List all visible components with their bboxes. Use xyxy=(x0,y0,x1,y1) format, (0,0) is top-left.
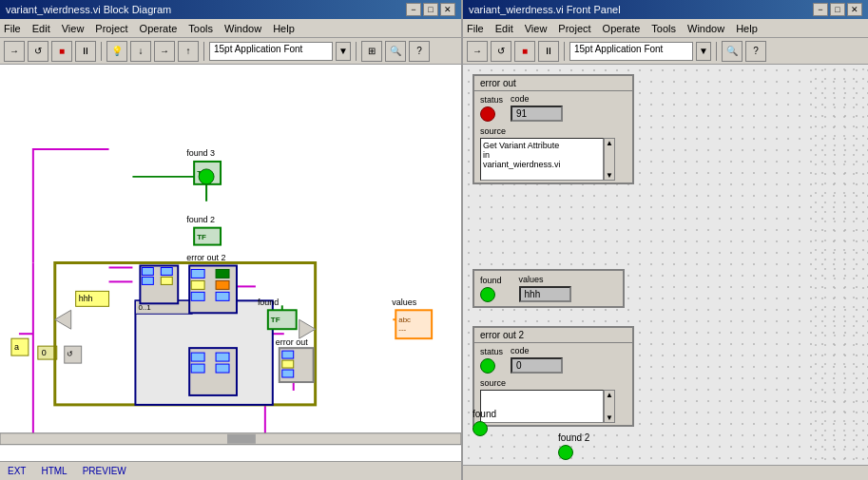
block-diagram-canvas[interactable]: a 0 ↺ 0..1 xyxy=(0,65,461,461)
svg-text:↺: ↺ xyxy=(67,350,73,358)
svg-rect-29 xyxy=(191,269,204,278)
svg-rect-32 xyxy=(216,269,229,278)
fp-menu-operate[interactable]: Operate xyxy=(603,23,641,34)
svg-rect-21 xyxy=(135,300,192,314)
error-out-cluster: error out status code 91 source xyxy=(473,74,634,184)
step-into-button[interactable]: ↓ xyxy=(130,41,151,62)
found-label: found xyxy=(480,276,502,285)
svg-rect-52 xyxy=(280,348,314,382)
fp-pause-button[interactable]: ⏸ xyxy=(538,41,559,62)
svg-marker-17 xyxy=(299,319,316,338)
menu-window[interactable]: Window xyxy=(224,23,261,34)
error-code-label: code xyxy=(511,94,563,104)
tab-html[interactable]: HTML xyxy=(41,466,67,476)
fp-minimize-button[interactable]: − xyxy=(813,3,828,16)
found-bottom-cluster: found xyxy=(473,409,496,436)
menu-edit[interactable]: Edit xyxy=(32,23,50,34)
svg-rect-0 xyxy=(0,78,461,447)
fp-maximize-button[interactable]: □ xyxy=(830,3,845,16)
tab-preview[interactable]: PREVIEW xyxy=(83,466,126,476)
fp-zoom-button[interactable]: 🔍 xyxy=(722,41,743,62)
diagram-svg: a 0 ↺ 0..1 xyxy=(0,65,461,461)
svg-rect-23 xyxy=(140,265,178,303)
error-status-label: status xyxy=(480,95,503,105)
toolbar-sep3 xyxy=(356,42,357,61)
svg-rect-20 xyxy=(135,300,272,405)
error2-source-text[interactable] xyxy=(480,390,604,423)
menu-file[interactable]: File xyxy=(4,23,21,34)
svg-text:found 3: found 3 xyxy=(186,148,215,158)
svg-rect-27 xyxy=(161,277,172,284)
found-indicator xyxy=(480,287,495,302)
reorder-button[interactable]: ⊞ xyxy=(361,41,382,62)
menu-view[interactable]: View xyxy=(62,23,85,34)
menu-project[interactable]: Project xyxy=(95,23,127,34)
front-panel-titlebar: variant_wierdness.vi Front Panel − □ ✕ xyxy=(463,0,868,19)
error2-code-value[interactable]: 0 xyxy=(511,357,563,374)
error-source-text[interactable]: Get Variant Attribute in variant_wierdne… xyxy=(480,138,604,181)
found-bottom-indicator xyxy=(473,421,488,436)
svg-rect-35 xyxy=(189,348,237,395)
fp-abort-button[interactable]: ■ xyxy=(514,41,535,62)
fp-menu-edit[interactable]: Edit xyxy=(495,23,513,34)
toolbar-sep2 xyxy=(203,42,204,61)
minimize-button[interactable]: − xyxy=(406,3,421,16)
block-diagram-title: variant_wierdness.vi Block Diagram xyxy=(6,4,171,15)
svg-rect-55 xyxy=(282,370,294,377)
error2-status-label: status xyxy=(480,347,503,356)
fp-menu-project[interactable]: Project xyxy=(558,23,590,34)
fp-menu-file[interactable]: File xyxy=(467,23,484,34)
error-source-line2: in xyxy=(483,150,601,160)
error2-code-label: code xyxy=(511,346,563,355)
fp-titlebar-controls: − □ ✕ xyxy=(813,3,862,16)
fp-menu-window[interactable]: Window xyxy=(687,23,724,34)
menu-help[interactable]: Help xyxy=(273,23,295,34)
error2-source-scrollbar[interactable]: ▲ ▼ xyxy=(604,390,615,423)
svg-rect-33 xyxy=(216,280,229,289)
front-panel-toolbar: → ↺ ■ ⏸ 15pt Application Font ▼ 🔍 ? xyxy=(463,38,868,65)
svg-text:error out: error out xyxy=(276,337,308,347)
front-panel-title: variant_wierdness.vi Front Panel xyxy=(469,4,621,15)
zoom-button[interactable]: 🔍 xyxy=(385,41,406,62)
font-dropdown[interactable]: ▼ xyxy=(336,42,351,61)
fp-font-dropdown[interactable]: ▼ xyxy=(696,42,711,61)
fp-close-button[interactable]: ✕ xyxy=(847,3,862,16)
error-code-value[interactable]: 91 xyxy=(511,106,563,122)
tab-ext[interactable]: EXT xyxy=(8,466,26,476)
fp-help-button[interactable]: ? xyxy=(745,41,766,62)
svg-rect-37 xyxy=(191,364,204,373)
found-values-cluster: found values hhh xyxy=(473,269,625,308)
fp-menu-tools[interactable]: Tools xyxy=(651,23,676,34)
fp-bottom-bar xyxy=(463,465,868,480)
pause-button[interactable]: ⏸ xyxy=(75,41,96,62)
font-selector[interactable]: 15pt Application Font xyxy=(209,42,333,61)
menu-tools[interactable]: Tools xyxy=(188,23,213,34)
help-button[interactable]: ? xyxy=(409,41,430,62)
fp-run-button[interactable]: → xyxy=(467,41,488,62)
svg-point-42 xyxy=(199,169,214,184)
bottom-tabbar: EXT HTML PREVIEW xyxy=(0,461,461,480)
right-grid xyxy=(811,65,868,465)
found2-label: found 2 xyxy=(558,432,589,443)
svg-text:0: 0 xyxy=(42,348,47,357)
abort-button[interactable]: ■ xyxy=(51,41,72,62)
maximize-button[interactable]: □ xyxy=(423,3,438,16)
close-button[interactable]: ✕ xyxy=(440,3,455,16)
step-out-button[interactable]: ↑ xyxy=(178,41,199,62)
run-arrow-button[interactable]: → xyxy=(4,41,25,62)
error-source-scrollbar[interactable]: ▲ ▼ xyxy=(604,138,615,181)
front-panel-canvas[interactable]: error out status code 91 source xyxy=(463,65,868,465)
menu-operate[interactable]: Operate xyxy=(140,23,178,34)
run-continuously-button[interactable]: ↺ xyxy=(28,41,48,62)
toolbar-sep1 xyxy=(101,42,102,61)
highlight-button[interactable]: 💡 xyxy=(106,41,127,62)
values-value[interactable]: hhh xyxy=(519,286,571,302)
fp-menu-help[interactable]: Help xyxy=(736,23,758,34)
fp-font-selector[interactable]: 15pt Application Font xyxy=(569,42,693,61)
step-over-button[interactable]: → xyxy=(154,41,175,62)
fp-menu-view[interactable]: View xyxy=(525,23,548,34)
fp-sep1 xyxy=(564,42,565,61)
fp-run-cont-button[interactable]: ↺ xyxy=(491,41,511,62)
svg-text:hhh: hhh xyxy=(79,294,93,303)
svg-rect-45 xyxy=(268,310,297,329)
